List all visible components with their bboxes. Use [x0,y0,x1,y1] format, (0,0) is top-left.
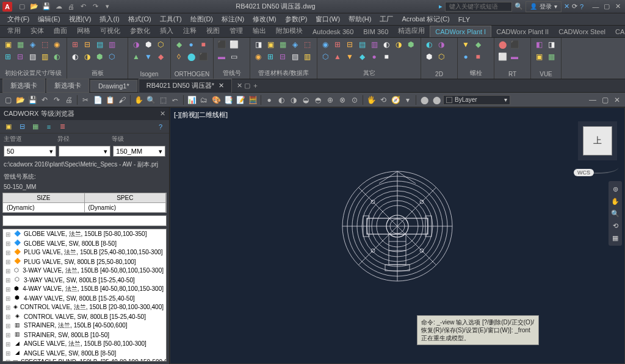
sb-icon5[interactable]: ≣ [57,122,67,132]
spec-tree-item[interactable]: ⊞⬢4-WAY VALVE, SW, 800LB [15-25,40-50] [3,294,166,302]
ribbon-group-label[interactable]: 其它 [320,68,418,77]
ribbon-button[interactable]: ◐ [70,51,81,62]
ribbon-button[interactable]: ▣ [265,39,276,50]
ribbon-tab[interactable]: 精选应用 [393,26,430,37]
ribbon-button[interactable]: ⊟ [15,51,26,62]
ribbon-button[interactable]: ⬚ [39,39,50,50]
size-spec-row[interactable]: (Dynamic) (Dynamic) [2,203,167,213]
ribbon-button[interactable]: ◐ [51,51,62,62]
combo-spec[interactable]: 150_MM▾ [113,146,165,157]
ribbon-group-label[interactable]: 管线号 [216,68,247,77]
ribbon-button[interactable]: ⊞ [70,39,81,50]
exchange-icon[interactable]: ✕ [564,2,569,10]
ribbon-button[interactable]: ◆ [173,39,184,50]
tb-sphere2-icon[interactable]: ◐ [276,95,287,105]
tb-copy-icon[interactable]: 📄 [92,95,103,105]
ribbon-button[interactable]: ● [369,51,380,62]
ribbon-button[interactable]: ⊞ [2,51,13,62]
ribbon-button[interactable]: ◑ [393,39,404,50]
ribbon-tab[interactable]: 管理 [225,26,248,37]
expand-icon[interactable]: ⊞ [5,268,10,274]
menu-item[interactable]: FLY [455,15,474,24]
viewport-label[interactable]: [-][前视][二维线框] [174,110,228,120]
ribbon-button[interactable]: ■ [381,51,392,62]
ribbon-button[interactable]: ▤ [27,51,38,62]
expand-icon[interactable]: ⊞ [5,240,10,247]
minimize-button[interactable]: — [591,2,601,11]
search-arrow-icon[interactable]: ▸ [439,2,443,10]
tb-sphere5-icon[interactable]: ◓ [312,95,323,105]
ribbon-button[interactable]: ◨ [253,39,264,50]
spec-tree-item[interactable]: ⊞🔷GLOBE VALVE, SW, 800LB [8-50] [3,239,166,248]
tb-redo-icon[interactable]: ↷ [51,95,62,105]
spec-tree-item[interactable]: ⊞▥STRAINER, SW, 800LB [10-50] [3,330,166,339]
menu-item[interactable]: 文件(F) [4,13,33,25]
tb-zoomprev-icon[interactable]: ⤺ [170,95,181,105]
nav-orbit-icon[interactable]: ⟲ [610,220,621,231]
tb-prop-icon[interactable]: 📊 [186,95,197,105]
spec-tree-item[interactable]: ⊞⬡3-WAY VALVE, SW, 800LB [15-25,40-50] [3,276,166,284]
expand-icon[interactable]: ⊞ [5,231,10,238]
qat-saveas-icon[interactable]: ☁ [54,2,63,12]
ribbon-tab[interactable]: 输出 [248,26,271,37]
sb-icon2[interactable]: ⊟ [17,122,27,132]
nav-show-icon[interactable]: ▦ [610,232,621,243]
ribbon-group-label[interactable]: ORTHOGEN [173,70,211,77]
spec-tree-item[interactable]: ⊞▭SPECTACLE BLIND, 150LB, [25,40-80,100,… [3,357,166,362]
ribbon-button[interactable]: ◉ [51,39,62,50]
search-icon[interactable]: 🔍 [515,2,523,10]
ribbon-button[interactable]: ⬛ [509,39,520,50]
ribbon-button[interactable]: ◆ [472,39,483,50]
ribbon-button[interactable]: ◉ [253,51,264,62]
spec-tree-item[interactable]: ⊞⬡3-WAY VALVE, 法兰, 150LB [40-50,80,100,1… [3,266,166,276]
tb-layer-off-icon[interactable]: ⬤ [419,95,430,105]
menu-item[interactable]: 标注(N) [218,13,248,25]
qat-new-icon[interactable]: ▢ [17,2,27,12]
ribbon-button[interactable]: ⬡ [106,51,117,62]
ribbon-button[interactable]: ▲ [131,51,142,62]
ribbon-button[interactable]: ◑ [82,51,93,62]
ribbon-button[interactable]: ⬡ [436,51,447,62]
tb-steer-icon[interactable]: 🧭 [390,95,401,105]
menu-item[interactable]: 帮助(H) [345,13,375,25]
combo-main-size[interactable]: 50▾ [4,146,56,157]
ribbon-tab[interactable]: 参数化 [125,26,155,37]
ribbon-button[interactable]: ◆ [155,51,166,62]
nav-zoom-icon[interactable]: 🔍 [610,208,621,219]
ribbon-button[interactable]: ◉ [320,39,331,50]
ribbon-button[interactable]: ⬛ [198,51,209,62]
tb-zoom-icon[interactable]: 🔍 [145,95,156,105]
ribbon-button[interactable]: ▥ [369,39,380,50]
ribbon-tab[interactable]: CADWorx Plant I [430,26,491,37]
menu-item[interactable]: Acrobat 标记(C) [398,13,453,25]
qat-save-icon[interactable]: 💾 [42,2,51,12]
ribbon-button[interactable]: ⬡ [155,39,166,50]
ribbon-group-label[interactable]: 2D [424,70,455,77]
ribbon-button[interactable]: ⬢ [94,51,105,62]
qat-plot-icon[interactable]: 🖨 [66,2,76,12]
menu-item[interactable]: 工厂 [376,13,397,25]
ribbon-button[interactable]: ◆ [356,51,367,62]
ribbon-button[interactable]: ⊟ [82,39,93,50]
spec-tree-item[interactable]: ⊞◈CONTROL VALVE, 法兰, 150LB [20-80,100-30… [3,302,166,312]
ribbon-button[interactable]: ▼ [460,39,471,50]
ribbon-button[interactable]: ⬢ [143,39,154,50]
qat-redo-icon[interactable]: ↷ [90,2,100,12]
ribbon-button[interactable]: ▥ [106,39,117,50]
tb-undo-icon[interactable]: ↶ [39,95,50,105]
ribbon-group-label[interactable]: RT [497,70,528,77]
tb-restore-icon[interactable]: ▢ [599,95,610,105]
nav-pan-icon[interactable]: ✋ [610,196,621,207]
tb-match-icon[interactable]: 🖌 [117,95,128,105]
spec-tree-item[interactable]: ⊞🔶PLUG VALVE, 法兰, 150LB [25,40-80,100,15… [3,248,166,257]
menu-item[interactable]: 修改(M) [249,13,280,25]
expand-icon[interactable]: ⊞ [5,286,10,293]
expand-icon[interactable]: ⊞ [5,350,10,357]
ribbon-button[interactable]: ◊ [173,51,184,62]
ribbon-button[interactable]: ⬢ [405,39,416,50]
menu-item[interactable]: 插入(I) [96,13,123,25]
nav-wheel-icon[interactable]: ⊚ [610,184,621,194]
sb-icon3[interactable]: ▦ [31,122,40,132]
add-tab-button[interactable]: ✕ ▢ ＋ [233,80,262,91]
tb-dc-icon[interactable]: 🗂 [198,95,209,105]
